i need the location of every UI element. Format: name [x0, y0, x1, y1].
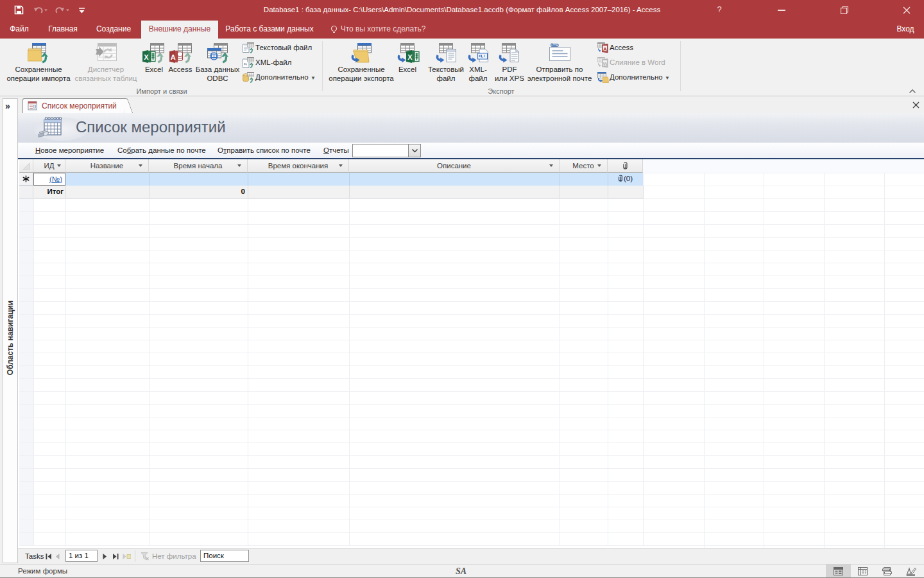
svg-text:A: A — [603, 46, 607, 52]
svg-text:W: W — [603, 61, 608, 67]
